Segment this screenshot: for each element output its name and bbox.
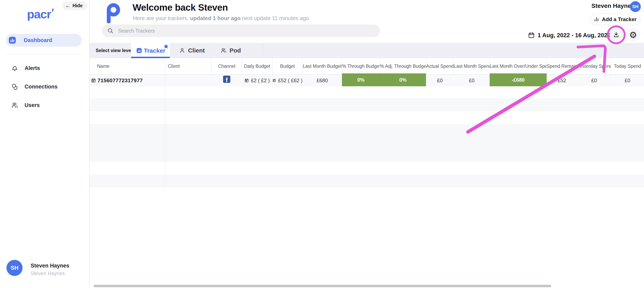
sidebar-item-label: Connections	[24, 84, 58, 90]
mini-bars-icon	[594, 17, 599, 22]
search-icon	[107, 27, 114, 34]
column-divider	[546, 58, 547, 74]
column-header-last-month-budget[interactable]: Last Month Budget	[302, 58, 342, 74]
calendar-icon	[244, 78, 249, 83]
last-month-over-under-spend-block: -£680	[490, 73, 547, 86]
empty-row-stripe	[90, 124, 644, 162]
logo-tick-icon	[52, 8, 54, 12]
calendar-icon	[272, 78, 276, 83]
person-icon	[179, 47, 185, 53]
arrow-left-icon: ←	[65, 3, 70, 8]
add-tracker-button[interactable]: Add a Tracker	[590, 13, 640, 25]
tab-label: Tracker	[144, 47, 166, 54]
subtitle-suffix: next update 11 minutes ago	[240, 15, 309, 21]
budget-value: £52 ( £62 )	[278, 75, 302, 86]
column-header-name[interactable]: Name	[90, 58, 165, 74]
bar-chart-icon	[136, 48, 142, 53]
star-icon	[163, 44, 169, 49]
sidebar-item-connections[interactable]: Connections	[11, 83, 58, 90]
tab-pod[interactable]: Pod	[221, 43, 241, 58]
tab-tracker[interactable]: Tracker	[131, 43, 170, 58]
last-month-spend-cell: £0	[454, 75, 490, 86]
date-range-text: 1 Aug, 2022 - 16 Aug, 2022	[538, 32, 610, 39]
column-header-yesterday-spend[interactable]: Yesterday Spend	[577, 58, 611, 74]
pct-through-budget-value: 0%	[342, 73, 380, 86]
sidebar-item-users[interactable]: Users	[11, 102, 40, 109]
tab-label: Client	[188, 47, 205, 54]
column-divider	[342, 58, 342, 74]
sidebar-user-text: Steven Haynes Steven Haynes	[31, 260, 69, 276]
tab-client[interactable]: Client	[179, 43, 205, 58]
horizontal-scrollbar[interactable]	[94, 285, 551, 287]
subtitle-prefix: Here are your trackers,	[133, 15, 190, 21]
empty-row-stripe	[90, 174, 644, 188]
facebook-icon: f	[223, 76, 230, 83]
column-header-actual-spend[interactable]: Actual Spend	[426, 58, 454, 74]
column-divider	[490, 58, 490, 74]
column-divider	[577, 58, 577, 74]
column-header-last-month-over-under-spend[interactable]: Last Month Over/Under Spend	[490, 58, 547, 74]
frozen-column-divider	[165, 58, 166, 188]
column-header-daily-budget[interactable]: Daily Budget	[242, 58, 272, 74]
sidebar: ← Hide pacr Dashboard Alerts	[0, 0, 90, 288]
sidebar-user-name: Steven Haynes	[31, 263, 69, 269]
column-divider	[272, 58, 273, 74]
last-month-over-under-spend-value: -£680	[490, 73, 547, 86]
tab-label: Pod	[230, 47, 241, 54]
calendar-icon	[528, 32, 535, 39]
pacr-p-logo-stem	[107, 10, 110, 23]
link-circles-icon	[11, 83, 18, 90]
budget-cell: £52 ( £62 )	[272, 75, 302, 86]
people-icon	[11, 102, 18, 109]
pacr-logo-text: pacr	[27, 7, 51, 21]
sidebar-item-alerts[interactable]: Alerts	[11, 65, 40, 72]
active-tab-underline	[131, 57, 170, 58]
page-subtitle: Here are your trackers, updated 1 hour a…	[133, 15, 309, 21]
column-divider	[302, 58, 303, 74]
strip-divider	[262, 43, 263, 58]
column-divider	[426, 58, 426, 74]
actual-spend-cell: £0	[426, 75, 454, 86]
empty-row-stripe	[90, 98, 644, 111]
pacr-logo[interactable]: pacr	[27, 7, 51, 21]
daily-budget-value: £2 ( £2 )	[251, 75, 270, 86]
pct-adj-through-budget-value: 0%	[380, 73, 426, 86]
column-divider	[242, 58, 242, 74]
hide-label: Hide	[72, 3, 82, 8]
column-header-last-month-spend[interactable]: Last Month Spend	[454, 58, 490, 74]
column-header-pct-adj-through-budget[interactable]: % Adj. Through Budget	[380, 58, 426, 74]
column-divider	[212, 58, 212, 74]
column-header-budget[interactable]: Budget	[272, 58, 302, 74]
topbar-avatar[interactable]: SH	[630, 1, 641, 12]
column-header-channel[interactable]: Channel	[212, 58, 242, 74]
sidebar-user-card[interactable]: SH Steven Haynes Steven Haynes	[6, 260, 69, 276]
hide-sidebar-button[interactable]: ← Hide	[62, 1, 87, 10]
column-header-spend-remaining[interactable]: Spend Remaining	[547, 58, 577, 74]
subtitle-updated: updated 1 hour ago	[190, 15, 241, 21]
daily-budget-cell: £2 ( £2 )	[242, 75, 272, 86]
last-month-budget-cell: £680	[302, 75, 342, 86]
column-header-pct-through-budget[interactable]: % Through Budget	[342, 58, 380, 74]
sidebar-item-label: Users	[24, 102, 40, 108]
gear-icon: ⚙	[629, 30, 637, 39]
sidebar-user-subtitle: Steven Haynes	[31, 271, 69, 276]
calendar-icon	[91, 78, 96, 83]
facebook-f: f	[226, 77, 228, 83]
search-input[interactable]	[102, 24, 380, 37]
column-divider	[454, 58, 454, 74]
bar-chart-icon	[9, 37, 16, 44]
download-button[interactable]	[610, 28, 623, 41]
yesterday-spend-cell: £0	[577, 75, 611, 86]
sidebar-item-dashboard[interactable]: Dashboard	[6, 34, 82, 47]
settings-button[interactable]: ⚙	[626, 28, 640, 42]
bell-icon	[11, 65, 18, 72]
date-range-picker[interactable]: 1 Aug, 2022 - 16 Aug, 2022	[528, 30, 610, 40]
add-tracker-label: Add a Tracker	[602, 16, 636, 22]
column-header-today-spend[interactable]: Today Spend	[611, 58, 644, 74]
column-header-client[interactable]: Client	[165, 58, 212, 74]
sidebar-item-label: Dashboard	[24, 37, 52, 43]
page-title: Welcome back Steven	[132, 2, 228, 13]
sidebar-item-label: Alerts	[24, 65, 40, 71]
view-level-strip	[90, 43, 644, 58]
tracker-name-cell[interactable]: 715607772317977	[91, 75, 143, 86]
